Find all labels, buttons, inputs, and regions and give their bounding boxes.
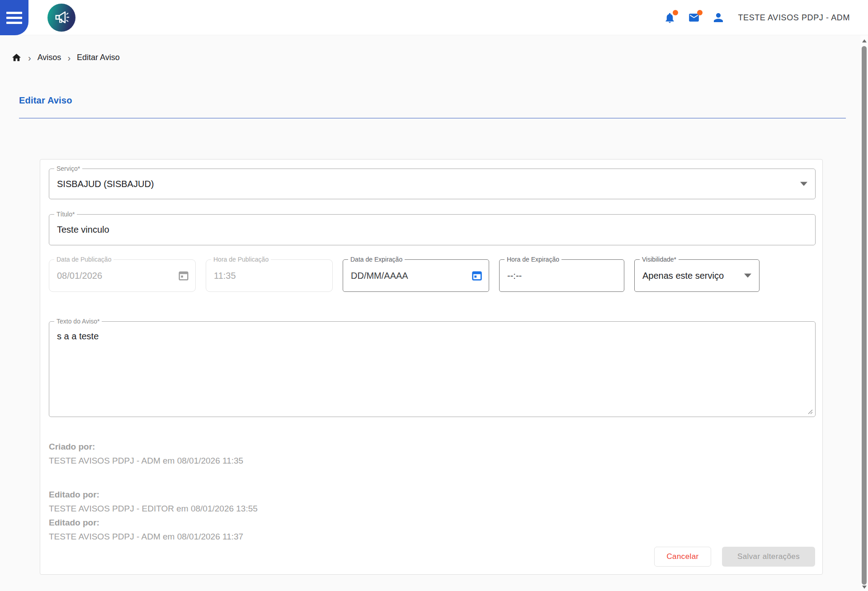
data-publicacao-input: Data de Publicação 08/01/2026 bbox=[49, 259, 196, 292]
data-expiracao-input[interactable]: Data de Expiração DD/MM/AAAA bbox=[343, 259, 489, 292]
servico-select[interactable]: Serviço* SISBAJUD (SISBAJUD) bbox=[49, 169, 816, 199]
edited-by-label: Editado por: bbox=[49, 516, 816, 530]
breadcrumb: › Avisos › Editar Aviso bbox=[11, 52, 120, 63]
breadcrumb-separator: › bbox=[28, 54, 31, 62]
page-title: Editar Aviso bbox=[19, 95, 72, 106]
calendar-icon bbox=[471, 270, 483, 281]
menu-button[interactable] bbox=[0, 0, 28, 35]
hora-expiracao-label: Hora de Expiração bbox=[505, 256, 561, 263]
resize-handle-icon[interactable] bbox=[807, 408, 813, 414]
breadcrumb-item-current: Editar Aviso bbox=[77, 53, 120, 62]
edited-by-label: Editado por: bbox=[49, 488, 816, 502]
calendar-icon bbox=[178, 270, 189, 281]
hora-publicacao-label: Hora de Publicação bbox=[211, 256, 271, 263]
user-menu-button[interactable] bbox=[711, 10, 726, 25]
edited-by-block: Editado por: TESTE AVISOS PDPJ - EDITOR … bbox=[49, 488, 816, 544]
servico-value: SISBAJUD (SISBAJUD) bbox=[49, 169, 815, 199]
vertical-scrollbar[interactable] bbox=[860, 35, 868, 591]
visibilidade-select[interactable]: Visibilidade* Apenas este serviço bbox=[634, 259, 760, 292]
notification-badge bbox=[673, 10, 678, 15]
titulo-input[interactable]: Título* Teste vinculo bbox=[49, 214, 816, 245]
title-divider bbox=[19, 118, 846, 118]
form-actions: Cancelar Salvar alterações bbox=[654, 547, 815, 567]
app-header: TESTE AVISOS PDPJ - ADM bbox=[0, 0, 868, 35]
titulo-label: Título* bbox=[54, 211, 77, 218]
hamburger-menu-icon bbox=[6, 12, 22, 24]
texto-aviso-value: s a a teste bbox=[49, 322, 815, 417]
created-by-block: Criado por: TESTE AVISOS PDPJ - ADM em 0… bbox=[49, 440, 816, 468]
notifications-button[interactable] bbox=[662, 10, 677, 25]
home-icon bbox=[11, 52, 22, 63]
audit-info: Criado por: TESTE AVISOS PDPJ - ADM em 0… bbox=[49, 440, 816, 544]
texto-aviso-textarea[interactable]: Texto do Aviso* s a a teste bbox=[49, 321, 816, 417]
app-logo bbox=[47, 4, 75, 32]
scrollbar-thumb[interactable] bbox=[862, 46, 867, 585]
texto-aviso-label: Texto do Aviso* bbox=[54, 318, 102, 325]
messages-badge bbox=[697, 10, 703, 15]
calendar-picker-button[interactable] bbox=[471, 270, 483, 281]
edited-by-value: TESTE AVISOS PDPJ - ADM em 08/01/2026 11… bbox=[49, 530, 816, 544]
titulo-value: Teste vinculo bbox=[49, 215, 815, 245]
scroll-down-arrow-icon[interactable] bbox=[862, 586, 867, 589]
visibilidade-value: Apenas este serviço bbox=[635, 260, 759, 291]
data-publicacao-value: 08/01/2026 bbox=[49, 260, 195, 291]
breadcrumb-home-link[interactable] bbox=[11, 52, 22, 63]
person-icon bbox=[712, 11, 725, 24]
data-publicacao-label: Data de Publicação bbox=[54, 256, 113, 263]
dates-row: Data de Publicação 08/01/2026 Hora de Pu… bbox=[49, 259, 816, 292]
messages-button[interactable] bbox=[686, 10, 702, 25]
created-by-label: Criado por: bbox=[49, 440, 816, 454]
hora-expiracao-placeholder: --:-- bbox=[500, 260, 624, 291]
hora-publicacao-value: 11:35 bbox=[206, 260, 332, 291]
breadcrumb-separator: › bbox=[67, 54, 71, 62]
cancel-button[interactable]: Cancelar bbox=[654, 547, 711, 567]
edited-by-value: TESTE AVISOS PDPJ - EDITOR em 08/01/2026… bbox=[49, 502, 816, 516]
hora-expiracao-input[interactable]: Hora de Expiração --:-- bbox=[499, 259, 624, 292]
scroll-up-arrow-icon[interactable] bbox=[862, 39, 867, 42]
save-button[interactable]: Salvar alterações bbox=[722, 547, 815, 567]
data-expiracao-placeholder: DD/MM/AAAA bbox=[343, 260, 489, 291]
edit-aviso-form-card: Serviço* SISBAJUD (SISBAJUD) Título* Tes… bbox=[40, 159, 823, 575]
breadcrumb-item-avisos[interactable]: Avisos bbox=[38, 53, 61, 62]
chevron-down-icon bbox=[800, 182, 807, 186]
hora-publicacao-input: Hora de Publicação 11:35 bbox=[206, 259, 333, 292]
created-by-value: TESTE AVISOS PDPJ - ADM em 08/01/2026 11… bbox=[49, 454, 816, 468]
chevron-down-icon bbox=[744, 274, 751, 278]
visibilidade-label: Visibilidade* bbox=[640, 256, 679, 263]
servico-label: Serviço* bbox=[54, 165, 82, 172]
megaphone-icon bbox=[51, 7, 72, 28]
header-actions: TESTE AVISOS PDPJ - ADM bbox=[662, 0, 850, 35]
user-name: TESTE AVISOS PDPJ - ADM bbox=[738, 13, 850, 23]
data-expiracao-label: Data de Expiração bbox=[348, 256, 405, 263]
